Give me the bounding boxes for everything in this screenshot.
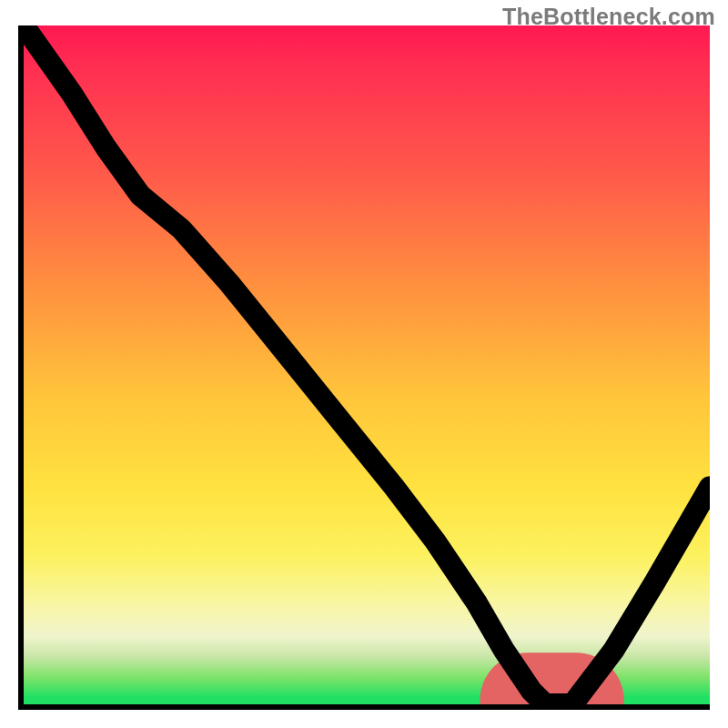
bottleneck-curve: [24, 25, 710, 704]
bottleneck-chart: TheBottleneck.com: [0, 0, 728, 728]
plot-area: [18, 25, 710, 710]
curve-layer: [24, 25, 710, 704]
